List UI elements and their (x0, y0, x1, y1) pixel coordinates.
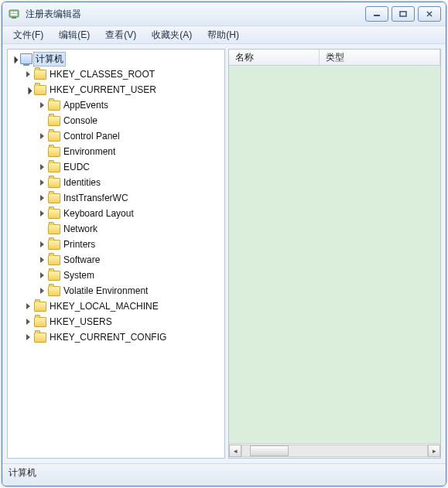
svg-rect-3 (11, 14, 17, 15)
client-area: 计算机HKEY_CLASSES_ROOTHKEY_CURRENT_USERApp… (2, 44, 446, 463)
scroll-left-button[interactable]: ◂ (229, 445, 241, 457)
tree-item-label: 计算机 (33, 52, 66, 67)
close-button[interactable] (418, 6, 441, 22)
expand-icon[interactable] (23, 70, 32, 79)
tree-item-label: HKEY_CURRENT_CONFIG (50, 332, 166, 343)
tree-item[interactable]: HKEY_LOCAL_MACHINE (23, 299, 224, 314)
tree-item-label: Software (63, 254, 100, 265)
expand-icon[interactable] (23, 333, 32, 342)
tree-item-label: HKEY_LOCAL_MACHINE (50, 301, 159, 312)
folder-icon (34, 300, 46, 312)
folder-icon (48, 192, 60, 204)
scroll-track[interactable] (241, 445, 428, 457)
svg-rect-2 (14, 12, 17, 13)
expand-icon[interactable] (37, 178, 46, 187)
expand-icon[interactable] (23, 317, 32, 326)
tree-item[interactable]: System (37, 268, 224, 283)
folder-icon (48, 285, 60, 297)
folder-icon (48, 207, 60, 220)
tree-item[interactable]: Control Panel (37, 128, 224, 144)
status-path: 计算机 (9, 467, 36, 478)
menu-edit[interactable]: 编辑(E) (51, 27, 97, 43)
expand-icon[interactable] (37, 193, 46, 203)
tree-item-label: Console (63, 115, 97, 126)
tree-item-label: Control Panel (63, 131, 120, 142)
tree-item[interactable]: Volatile Environment (37, 283, 224, 299)
tree-item[interactable]: InstTransferWC (37, 190, 224, 206)
list-body[interactable] (229, 66, 440, 443)
tree-item[interactable]: Identities (37, 175, 224, 190)
menu-view[interactable]: 查看(V) (97, 27, 144, 43)
statusbar: 计算机 (2, 463, 446, 486)
scroll-thumb[interactable] (250, 445, 289, 456)
folder-icon (48, 176, 60, 189)
tree-item[interactable]: Environment (37, 144, 224, 159)
scroll-right-button[interactable]: ▸ (428, 445, 440, 457)
expand-icon[interactable] (37, 286, 46, 295)
expand-icon[interactable] (37, 209, 46, 218)
tree-item-label: InstTransferWC (63, 193, 128, 203)
tree-item-label: AppEvents (63, 100, 108, 111)
folder-icon (48, 254, 60, 266)
tree-item[interactable]: Network (37, 221, 224, 237)
folder-icon (34, 316, 46, 328)
tree-item[interactable]: HKEY_CURRENT_CONFIG (23, 329, 224, 345)
expand-icon[interactable] (37, 162, 46, 172)
tree-item[interactable]: HKEY_USERS (23, 314, 224, 329)
registry-tree[interactable]: 计算机HKEY_CLASSES_ROOTHKEY_CURRENT_USERApp… (9, 51, 224, 345)
tree-item[interactable]: AppEvents (37, 97, 224, 113)
minimize-button[interactable] (365, 6, 388, 22)
column-type[interactable]: 类型 (320, 49, 440, 65)
tree-pane[interactable]: 计算机HKEY_CLASSES_ROOTHKEY_CURRENT_USERApp… (7, 49, 225, 459)
folder-icon (34, 84, 46, 96)
tree-item-label: Network (63, 224, 97, 234)
expand-icon[interactable] (37, 101, 46, 110)
folder-icon (48, 99, 60, 111)
folder-icon (48, 238, 60, 251)
folder-icon (48, 161, 60, 173)
tree-item-label: HKEY_USERS (50, 316, 112, 327)
regedit-window: 注册表编辑器 文件(F) 编辑(E) 查看(V) 收藏夹(A) 帮助(H) 计算… (2, 2, 446, 486)
tree-item-label: Printers (63, 239, 95, 250)
tree-item-label: Identities (63, 177, 101, 188)
menu-help[interactable]: 帮助(H) (200, 27, 247, 43)
tree-item-label: HKEY_CURRENT_USER (50, 84, 156, 95)
tree-item-label: EUDC (63, 162, 90, 172)
expand-icon[interactable] (37, 271, 46, 280)
folder-icon (48, 269, 60, 282)
folder-icon (34, 68, 46, 80)
collapse-icon (9, 54, 19, 63)
tree-item[interactable]: Keyboard Layout (37, 206, 224, 221)
tree-item[interactable]: HKEY_CLASSES_ROOT (23, 67, 224, 82)
menu-file[interactable]: 文件(F) (5, 27, 51, 43)
folder-icon (34, 331, 46, 343)
svg-rect-4 (12, 17, 16, 19)
maximize-button[interactable] (392, 6, 415, 22)
titlebar[interactable]: 注册表编辑器 (2, 2, 446, 26)
tree-item[interactable]: Printers (37, 237, 224, 252)
expand-icon[interactable] (37, 255, 46, 264)
column-name[interactable]: 名称 (229, 49, 320, 65)
folder-icon (48, 223, 60, 235)
horizontal-scrollbar[interactable]: ◂ ▸ (229, 443, 440, 458)
collapse-icon[interactable] (23, 85, 32, 94)
svg-rect-6 (400, 12, 406, 16)
tree-item-label: Keyboard Layout (63, 208, 134, 219)
menu-favorites[interactable]: 收藏夹(A) (144, 27, 200, 43)
tree-item[interactable]: Console (37, 113, 224, 128)
computer-icon (20, 53, 32, 65)
tree-item[interactable]: HKEY_CURRENT_USERAppEventsConsoleControl… (23, 82, 224, 299)
tree-item[interactable]: EUDC (37, 159, 224, 175)
tree-item[interactable]: Software (37, 252, 224, 268)
folder-icon (48, 114, 60, 127)
window-title: 注册表编辑器 (26, 8, 365, 21)
svg-rect-1 (11, 12, 13, 13)
tree-item[interactable]: 计算机HKEY_CLASSES_ROOTHKEY_CURRENT_USERApp… (9, 51, 224, 345)
expand-icon[interactable] (23, 302, 32, 311)
expand-icon[interactable] (37, 131, 46, 141)
tree-item-label: Volatile Environment (63, 285, 148, 296)
expand-icon[interactable] (37, 240, 46, 249)
folder-icon (48, 130, 60, 142)
menubar: 文件(F) 编辑(E) 查看(V) 收藏夹(A) 帮助(H) (2, 26, 446, 44)
list-pane: 名称 类型 ◂ ▸ (228, 49, 441, 459)
